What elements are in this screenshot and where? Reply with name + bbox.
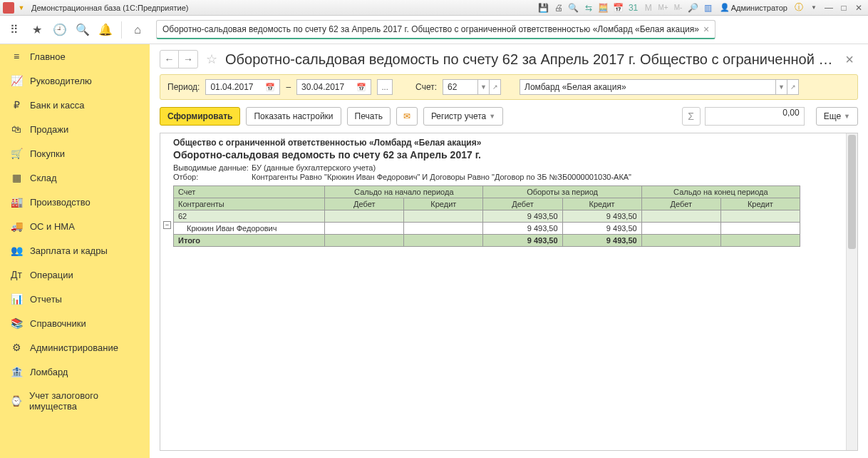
app-logo-icon <box>3 2 14 14</box>
account-dropdown-icon[interactable]: ▼ <box>478 79 490 95</box>
sidebar-icon: 🛒 <box>10 148 23 159</box>
sidebar-item-label: Отчеты <box>30 294 62 305</box>
sidebar-item-12[interactable]: ⚙Администрирование <box>0 335 150 360</box>
home-icon[interactable]: ⌂ <box>128 20 148 40</box>
account-open-icon[interactable]: ↗ <box>490 79 501 95</box>
report-output-meta: Выводимые данные:БУ (данные бухгалтерско… <box>173 163 844 172</box>
org-open-icon[interactable]: ↗ <box>787 79 799 95</box>
collapse-toggle[interactable]: − <box>163 221 171 229</box>
info-icon[interactable]: ⓘ <box>792 1 805 14</box>
sidebar-item-label: ОС и НМА <box>30 221 75 232</box>
close-window-icon[interactable]: ✕ <box>852 1 865 14</box>
sum-input[interactable]: 0,00 <box>705 107 805 126</box>
table-row[interactable]: 629 493,509 493,50 <box>174 210 800 223</box>
main-toolbar: ⠿ ★ 🕘 🔍 🔔 ⌂ Оборотно-сальдовая ведомость… <box>0 16 868 44</box>
scrollbar-thumb[interactable] <box>848 135 856 249</box>
maximize-icon[interactable]: □ <box>837 1 850 14</box>
favorite-button[interactable]: ☆ <box>204 51 219 67</box>
panel-icon[interactable]: ▥ <box>702 1 715 14</box>
m-plus-icon[interactable]: M+ <box>657 1 670 14</box>
date-to-value: 30.04.2017 <box>301 82 344 92</box>
date-to-input[interactable]: 30.04.2017 📅 <box>296 79 371 95</box>
sidebar-item-label: Справочники <box>30 318 86 329</box>
save-icon[interactable]: 💾 <box>537 1 550 14</box>
period-picker-button[interactable]: ... <box>377 79 393 95</box>
org-dropdown-icon[interactable]: ▼ <box>776 79 787 95</box>
report-area: Общество с ограниченной ответственностью… <box>160 133 858 451</box>
sidebar-item-label: Администрирование <box>30 342 118 353</box>
sidebar-item-6[interactable]: 🏭Производство <box>0 190 150 214</box>
generate-button[interactable]: Сформировать <box>160 107 240 126</box>
doc-title: Оборотно-сальдовая ведомость по счету 62… <box>225 51 835 68</box>
forward-button[interactable]: → <box>179 51 197 68</box>
report-filter-meta: Отбор:Контрагенты Равно "Крюкин Иван Фед… <box>173 173 844 181</box>
sidebar-item-label: Зарплата и кадры <box>30 245 108 256</box>
sidebar-item-11[interactable]: 📚Справочники <box>0 311 150 335</box>
show-settings-button[interactable]: Показать настройки <box>246 107 341 126</box>
sidebar-item-7[interactable]: 🚚ОС и НМА <box>0 214 150 238</box>
sidebar-item-label: Учет залогового имущества <box>29 390 140 412</box>
sidebar-item-5[interactable]: ▦Склад <box>0 166 150 190</box>
th-credit1: Кредит <box>404 198 483 210</box>
sidebar-item-10[interactable]: 📊Отчеты <box>0 287 150 311</box>
sidebar-item-2[interactable]: ₽Банк и касса <box>0 93 150 117</box>
admin-label[interactable]: 👤Администратор <box>717 3 790 12</box>
tab-close-icon[interactable]: × <box>703 24 709 35</box>
th-credit2: Кредит <box>562 198 641 210</box>
zoom-icon[interactable]: 🔎 <box>687 1 700 14</box>
report-title: Оборотно-сальдовая ведомость по счету 62… <box>173 149 844 161</box>
register-button[interactable]: Регистр учета▼ <box>423 107 503 126</box>
calendar-to-icon[interactable]: 📅 <box>356 83 366 92</box>
m-icon[interactable]: M <box>642 1 655 14</box>
calculator-icon[interactable]: 🧮 <box>597 1 610 14</box>
dropdown-icon[interactable]: ▼ <box>17 4 26 12</box>
print-button[interactable]: Печать <box>347 107 391 126</box>
dropdown2-icon[interactable]: ▼ <box>807 1 820 14</box>
report-table: Счет Сальдо на начало периода Обороты за… <box>173 185 800 247</box>
organization-input[interactable]: Ломбард «Белая акация» <box>520 79 776 95</box>
back-button[interactable]: ← <box>160 51 179 68</box>
sidebar-item-1[interactable]: 📈Руководителю <box>0 68 150 93</box>
sidebar-icon: ⌚ <box>10 395 22 407</box>
sidebar-item-14[interactable]: ⌚Учет залогового имущества <box>0 384 150 418</box>
sum-icon[interactable]: Σ <box>682 107 701 126</box>
favorite-icon[interactable]: ★ <box>27 20 47 40</box>
date-from-input[interactable]: 01.04.2017 📅 <box>205 79 280 95</box>
total-row: Итого 9 493,50 9 493,50 <box>174 235 800 247</box>
th-account: Счет <box>174 186 325 198</box>
mail-button[interactable]: ✉ <box>396 107 418 126</box>
search-icon[interactable]: 🔍 <box>73 20 93 40</box>
doc-close-button[interactable]: × <box>841 51 858 68</box>
nav-buttons: ← → <box>160 50 198 68</box>
vertical-scrollbar[interactable] <box>846 133 857 450</box>
date-icon[interactable]: 31 <box>627 1 640 14</box>
sidebar-item-label: Покупки <box>30 148 65 159</box>
account-input[interactable]: 62 <box>443 79 478 95</box>
sidebar-item-4[interactable]: 🛒Покупки <box>0 141 150 166</box>
minimize-icon[interactable]: — <box>822 1 835 14</box>
sidebar-item-label: Операции <box>30 270 73 280</box>
table-row[interactable]: Крюкин Иван Федорович9 493,509 493,50 <box>174 223 800 235</box>
apps-icon[interactable]: ⠿ <box>4 20 24 40</box>
notifications-icon[interactable]: 🔔 <box>95 20 115 40</box>
open-tab[interactable]: Оборотно-сальдовая ведомость по счету 62… <box>156 20 715 39</box>
sidebar-icon: 👥 <box>10 245 23 256</box>
calendar-icon[interactable]: 📅 <box>612 1 625 14</box>
compare-icon[interactable]: ⇆ <box>582 1 595 14</box>
m-minus-icon[interactable]: M- <box>672 1 685 14</box>
th-end-balance: Сальдо на конец периода <box>641 186 800 198</box>
sidebar-icon: 🛍 <box>10 123 23 135</box>
sidebar-item-13[interactable]: 🏦Ломбард <box>0 360 150 384</box>
th-debit3: Дебет <box>641 198 720 210</box>
sidebar-item-9[interactable]: ДтОперации <box>0 263 150 287</box>
date-from-value: 01.04.2017 <box>210 82 253 92</box>
calendar-from-icon[interactable]: 📅 <box>265 83 275 92</box>
sidebar-item-8[interactable]: 👥Зарплата и кадры <box>0 238 150 263</box>
sidebar-item-label: Банк и касса <box>30 100 85 111</box>
sidebar-item-3[interactable]: 🛍Продажи <box>0 117 150 141</box>
preview-icon[interactable]: 🔍 <box>567 1 580 14</box>
print-icon[interactable]: 🖨 <box>552 1 565 14</box>
sidebar-item-0[interactable]: ≡Главное <box>0 44 150 68</box>
history-icon[interactable]: 🕘 <box>50 20 70 40</box>
more-button[interactable]: Еще▼ <box>816 107 858 126</box>
